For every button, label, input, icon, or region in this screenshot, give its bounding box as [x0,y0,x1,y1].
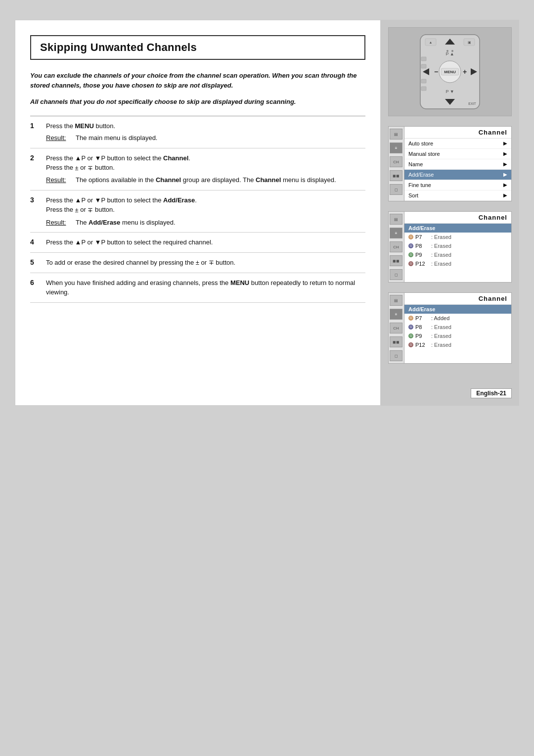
svg-text:EXIT: EXIT [468,102,476,105]
step-1-result-label: Result: [46,133,71,143]
adderase-sidebar-icon-4: ◼◼ [390,255,402,266]
step-3-result-label: Result: [46,218,71,228]
channel-dot-p8-1: ① [408,243,413,248]
channel-num-p12-1: P12 [415,261,429,267]
adderase-sidebar-2-icon-4: ◼◼ [390,336,402,347]
adderase-content-2: Channel Add/Erase ① P7 : Added ① P8 : Er… [404,293,511,363]
right-column: MENU ▣ ▲ P ▲ P ▼ − + EXIT [381,20,519,406]
step-6-number: 6 [30,278,39,286]
channel-num-p8-1: P8 [415,243,429,249]
step-3-result-text: The Add/Erase menu is displayed. [76,218,365,228]
menu-item-autostore-label: Auto store [408,141,433,146]
step-4-number: 4 [30,237,39,246]
step-2-result-label: Result: [46,175,71,185]
channel-num-p12-2: P12 [415,342,429,348]
channel-status-p9-2: : Erased [431,333,451,339]
sub-intro: All channels that you do not specificall… [30,97,365,107]
channel-status-p12-1: : Erased [431,261,451,267]
menu-item-name: Name ▶ [404,159,511,170]
remote-svg: MENU ▣ ▲ P ▲ P ▼ − + EXIT [410,30,490,114]
adderase-ch-p8-1: ① P8 : Erased [404,241,511,250]
adderase-sidebar-icon-2: ≡ [390,228,402,238]
svg-rect-22 [421,87,426,91]
left-column: Skipping Unwanted Channels You can exclu… [15,20,381,406]
svg-text:P ▲: P ▲ [445,51,454,56]
adderase-ch-p9-1: ① P9 : Erased [404,250,511,259]
page-number: English-21 [471,388,512,398]
step-1-number: 1 [30,121,39,130]
adderase-ch-p9-2: ① P9 : Erased [404,331,511,340]
adderase-sidebar-icon-5: ◻ [390,269,402,280]
menu-item-manualstore-label: Manual store [408,151,440,157]
remote-illustration: MENU ▣ ▲ P ▲ P ▼ − + EXIT [388,27,512,116]
svg-point-18 [451,50,453,52]
page-container: Skipping Unwanted Channels You can exclu… [15,20,519,406]
adderase-content-1: Channel Add/Erase ① P7 : Erased ① P8 : E… [404,212,511,282]
intro-text: You can exclude the channels of your cho… [30,71,365,90]
step-6: 6 When you have finished adding and eras… [30,273,365,303]
svg-point-17 [446,50,448,52]
menu-item-sort-label: Sort [408,192,418,198]
svg-text:+: + [463,68,467,76]
menu-item-sort-arrow: ▶ [503,192,507,198]
sidebar-icon-5: ◻ [390,184,402,195]
menu-title-1: Channel [404,127,511,139]
menu-item-name-arrow: ▶ [503,161,507,167]
channel-dot-p8-2: ① [408,325,413,330]
adderase-sidebar-2-icon-3: CH [390,323,402,333]
step-4: 4 Press the ▲P or ▼P button to select th… [30,233,365,253]
adderase-panel-1: ▤ ≡ CH ◼◼ ◻ Channel Add/Erase ① P7 : Era… [388,211,512,283]
channel-dot-p9-1: ① [408,252,413,257]
channel-menu-panel-1: ▤ ≡ CH ◼◼ ◻ Channel Auto store ▶ Manual … [388,126,512,201]
page-title-box: Skipping Unwanted Channels [30,35,365,60]
sidebar-icon-4: ◼◼ [390,170,402,181]
step-5-content: To add or erase the desired channel by p… [46,258,365,268]
menu-content-1: Channel Auto store ▶ Manual store ▶ Name… [404,127,511,201]
step-6-content: When you have finished adding and erasin… [46,278,365,297]
adderase-sidebar-2-icon-2: ≡ [390,309,402,320]
channel-num-p9-1: P9 [415,252,429,258]
channel-status-p7-1: : Erased [431,234,451,240]
sidebar-icon-1: ▤ [390,129,402,140]
page-number-area: English-21 [388,374,512,398]
sidebar-icon-3: CH [390,156,402,167]
step-3: 3 Press the ▲P or ▼P button to select th… [30,190,365,233]
menu-item-adderase-label: Add/Erase [408,172,434,178]
menu-item-manualstore: Manual store ▶ [404,149,511,159]
svg-text:−: − [434,68,438,76]
channel-dot-p9-2: ① [408,333,413,338]
menu-item-sort: Sort ▶ [404,190,511,201]
step-2-result-text: The options available in the Channel gro… [76,175,365,185]
channel-status-p8-1: : Erased [431,243,451,249]
step-2-content: Press the ▲P or ▼P button to select the … [46,153,365,185]
svg-rect-20 [421,64,426,68]
step-5: 5 To add or erase the desired channel by… [30,253,365,273]
channel-dot-p12-2: ① [408,342,413,347]
step-3-content: Press the ▲P or ▼P button to select the … [46,195,365,227]
svg-rect-21 [421,79,426,83]
step-4-content: Press the ▲P or ▼P button to select the … [46,237,365,247]
menu-item-finetune: Fine tune ▶ [404,180,511,190]
menu-item-manualstore-arrow: ▶ [503,151,507,157]
adderase-header-row-1: Add/Erase [404,224,511,233]
steps-container: 1 Press the MENU button. Result: The mai… [30,116,365,303]
channel-dot-p12-1: ① [408,261,413,266]
step-2-number: 2 [30,153,39,162]
channel-dot-p7-2: ① [408,316,413,321]
svg-text:▣: ▣ [468,41,471,44]
menu-item-autostore-arrow: ▶ [503,141,507,146]
adderase-ch-p7-2: ① P7 : Added [404,314,511,323]
menu-item-finetune-label: Fine tune [408,182,431,188]
channel-num-p7-2: P7 [415,315,429,321]
channel-num-p8-2: P8 [415,324,429,330]
channel-status-p8-2: : Erased [431,324,451,330]
adderase-sidebar-2: ▤ ≡ CH ◼◼ ◻ [389,293,404,363]
step-5-number: 5 [30,258,39,266]
adderase-ch-p7-1: ① P7 : Erased [404,233,511,241]
menu-item-adderase-arrow: ▶ [503,172,507,178]
step-1-content: Press the MENU button. Result: The main … [46,121,365,143]
sidebar-icon-2: ≡ [390,142,402,153]
adderase-ch-p12-2: ① P12 : Erased [404,340,511,349]
svg-rect-19 [421,57,426,61]
channel-status-p7-2: : Added [431,315,449,321]
